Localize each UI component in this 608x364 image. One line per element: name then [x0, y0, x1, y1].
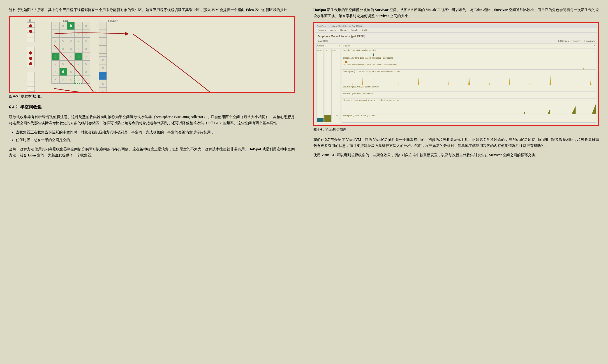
graph-s1: Survivor 1 (455.000M, 30.000M): 0 — [342, 92, 596, 99]
chk-histogram[interactable] — [581, 40, 584, 42]
graph-oldgen: Old Gen (2.667G, 90.500M): 48.827M, 11 c… — [342, 99, 596, 114]
vm-tabs: Overview Monitor Threads Sampler Profile… — [315, 28, 597, 33]
process-tab[interactable]: optjava.ModelAllocator (pid 13538) — [331, 25, 362, 27]
start-page-tab[interactable]: Start Page — [317, 25, 326, 27]
tab-monitor[interactable]: Monitor — [330, 29, 336, 32]
space-metaspace: Metas.. — [317, 49, 324, 122]
svg-rect-9 — [345, 61, 347, 63]
vm-spaces-panel: Spaces× Metas.. Old Eden S0 S1 — [316, 43, 341, 123]
left-para-2: 疏散式收集器有种特殊情况值得注意。这种类型的收集器有时被称为半空间疏散式收集器（… — [9, 114, 295, 126]
vm-titlebar: Start Page 🍵 optjava.ModelAllocator (pid… — [315, 24, 597, 28]
vm-subtitle: Visual GC Spaces Graphs Histogram — [315, 39, 597, 44]
figure-6-6: Start Page 🍵 optjava.ModelAllocator (pid… — [313, 22, 599, 126]
right-para-2: 我们在 2.7 节介绍了 VisualVM，它的 VisualGC 插件是一个非… — [313, 137, 599, 149]
tab-sampler[interactable]: Sampler — [351, 29, 359, 32]
list-item-1: 当收集器正在收集当前活跃的半空间时，对象会被以压缩方式移动到另一半空间，完成收集… — [16, 129, 295, 135]
left-page: 这种行为如图 6-5 所示，其中每个应用程序线程都持有一个用来分配新对象的缓冲区… — [0, 0, 304, 364]
tab-overview[interactable]: Overview — [318, 29, 326, 32]
caption-6-6: 图 6-6：VisualGC 插件 — [313, 127, 599, 132]
tab-profiler[interactable]: Profiler — [362, 29, 369, 32]
graph-s0: Survivor 0 (455.000M, 24.500M): 24.062M — [342, 85, 596, 92]
graph-metaspace: Metaspace (1.008G, 8.250M): 7.705M — [342, 114, 596, 123]
fig65-eden-grid: 0 00 0 0 — [52, 22, 90, 83]
figure-6-5: 栈 Eden Survivor 0 00 0 — [9, 16, 295, 93]
visualvm-window: Start Page 🍵 optjava.ModelAllocator (pid… — [315, 24, 597, 124]
vm-title: ↻ optjava.ModelAllocator (pid 13538) — [315, 33, 597, 39]
space-eden-group: Eden S0 S1 — [331, 49, 340, 122]
close-icon[interactable]: × — [339, 44, 340, 48]
graph-classloader: Class Loader Time: 1361 loaded, 0 unload… — [342, 56, 596, 63]
caption-6-5: 图 6-5：线程本地分配 — [9, 93, 295, 99]
section-heading-6-4-2: 6.4.2半空间收集 — [9, 104, 295, 111]
graph-eden: Eden Space (1.332G, 160.000M): 86.302M, … — [342, 70, 596, 85]
right-page: HotSpot 新生代堆的半空间部分被称为 Survivor 空间。从图 6-6… — [304, 0, 608, 364]
svg-rect-3 — [372, 53, 374, 56]
close-icon[interactable]: × — [594, 44, 595, 48]
left-para-3: 当然，这种方法使用的内存是收集器半空间部分实际可以容纳的内存的两倍。这在某种程度… — [9, 146, 295, 158]
graph-compile: Compile Time: 1117 compiles – 2.070s — [342, 49, 596, 56]
chk-spaces[interactable] — [558, 40, 561, 42]
fig65-survivor-bottom: 1 2 — [99, 56, 107, 93]
chk-graphs[interactable] — [570, 40, 572, 42]
fig65-survivor-label: Survivor — [108, 18, 118, 23]
left-list: 当收集器正在收集当前活跃的半空间时，对象会被以压缩方式移动到另一半空间，完成收集… — [16, 129, 295, 143]
svg-rect-19 — [583, 68, 584, 70]
graph-gc: GC Time: 385 collections, 2.153s Last Ca… — [342, 63, 596, 70]
right-para-1: HotSpot 新生代堆的半空间部分被称为 Survivor 空间。从图 6-6… — [313, 7, 599, 19]
left-para-1: 这种行为如图 6-5 所示，其中每个应用程序线程都持有一个用来分配新对象的缓冲区… — [9, 7, 295, 13]
tab-threads[interactable]: Threads — [340, 29, 347, 32]
list-item-2: 任何时候，总有一半的空间是空的。 — [16, 137, 295, 143]
space-old: Old — [324, 49, 331, 122]
vm-graphs-panel: Graphs× Compile Time: 1117 compiles – 2.… — [342, 43, 596, 123]
right-para-3: 使用 VisualGC 可以看到垃圾收集的一些聚合效果，例如对象在堆中被重新安置… — [313, 152, 599, 158]
